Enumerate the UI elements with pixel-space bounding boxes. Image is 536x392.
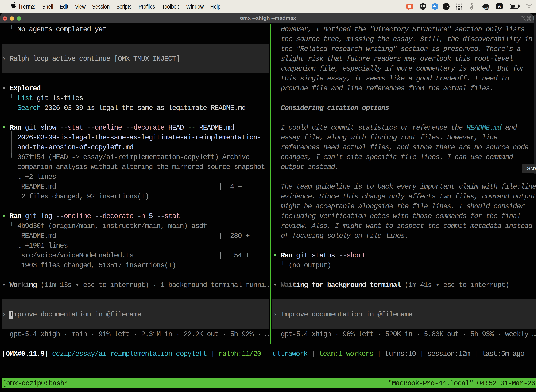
svg-text:1: 1 bbox=[532, 15, 535, 21]
svg-text:..61: ..61 bbox=[484, 6, 489, 9]
